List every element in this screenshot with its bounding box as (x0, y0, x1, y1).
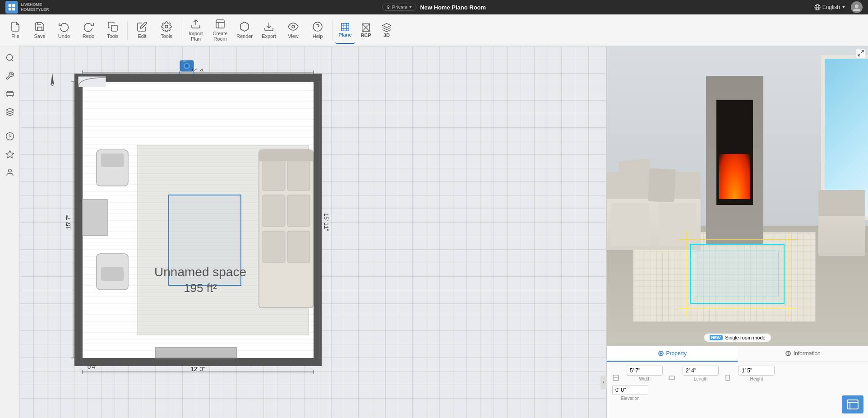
svg-rect-53 (101, 267, 124, 281)
svg-rect-54 (83, 200, 107, 236)
svg-point-32 (8, 169, 11, 172)
svg-rect-0 (9, 4, 11, 7)
svg-text:N: N (51, 83, 53, 87)
svg-text:12' 3": 12' 3" (191, 366, 206, 372)
svg-rect-61 (287, 195, 310, 227)
user-avatar[interactable] (851, 1, 863, 13)
width-input[interactable] (627, 366, 663, 376)
svg-rect-65 (155, 348, 236, 358)
undo-button[interactable]: Undo (52, 17, 76, 44)
dimensions-row: Width Length (612, 366, 863, 381)
toolbar-separator-1 (127, 20, 128, 40)
svg-rect-96 (726, 375, 729, 381)
logo-text: LIVEHOMEHOMESTYLER (21, 2, 49, 12)
toolbar: File Save Undo Redo Tools (0, 14, 868, 46)
length-field: Length (683, 366, 719, 381)
elevation-label: Elevation (612, 396, 648, 401)
height-label: Height (739, 376, 775, 381)
export-button[interactable]: Export (257, 17, 281, 44)
create-room-button[interactable]: Create Room (208, 17, 232, 44)
rcp-mode-button[interactable]: RCP (356, 17, 376, 44)
sidebar-clock[interactable] (2, 128, 18, 144)
svg-point-10 (165, 25, 168, 28)
height-field: Height (739, 366, 775, 381)
main-area: N (0, 46, 868, 418)
render-label: Render (236, 33, 253, 39)
svg-text:Unnamed space: Unnamed space (154, 265, 246, 279)
sidebar-account[interactable] (2, 164, 18, 181)
floor-plan[interactable]: 12' 3" 12' 3" 15' 7" 15' 11" 0'4" (65, 69, 336, 376)
svg-text:12' 3": 12' 3" (191, 69, 206, 73)
information-tab[interactable]: Information (738, 346, 868, 362)
logo-icon (5, 1, 18, 14)
render-button[interactable]: Render (233, 17, 256, 44)
private-badge[interactable]: Private (382, 4, 416, 11)
3d-view[interactable]: NEW Single room mode (607, 46, 868, 346)
plane-mode-button[interactable]: Plane (335, 17, 355, 44)
elevation-input[interactable] (612, 385, 648, 395)
property-tab[interactable]: Property (607, 346, 738, 362)
language-selector[interactable]: English (814, 4, 845, 10)
length-input[interactable] (683, 366, 719, 376)
file-button[interactable]: File (4, 17, 27, 44)
language-label: English (822, 4, 840, 10)
3d-mode-button[interactable]: 3D (377, 17, 397, 44)
single-room-mode-bar[interactable]: NEW Single room mode (703, 333, 771, 342)
save-label: Save (34, 33, 45, 39)
sidebar-build[interactable] (2, 68, 18, 84)
elevation-row: Elevation (612, 385, 863, 401)
rcp-mode-label: RCP (360, 33, 371, 38)
canvas-area[interactable]: N (20, 46, 606, 418)
view-button[interactable]: View (282, 17, 305, 44)
svg-rect-12 (216, 20, 224, 28)
sidebar-favorite[interactable] (2, 146, 18, 163)
project-title: New Home Piano Room (420, 4, 486, 11)
paste-button[interactable]: Tools (101, 17, 125, 44)
north-arrow: N (47, 73, 58, 87)
svg-text:0'4": 0'4" (88, 363, 97, 370)
logo: LIVEHOMEHOMESTYLER (5, 1, 49, 14)
svg-rect-95 (669, 376, 674, 380)
svg-text:195 ft²: 195 ft² (184, 281, 217, 295)
left-sidebar (0, 46, 20, 418)
sidebar-search[interactable] (2, 50, 18, 66)
save-button[interactable]: Save (28, 17, 51, 44)
svg-marker-31 (6, 151, 14, 158)
tools-label: Tools (161, 33, 172, 39)
view-label: View (288, 33, 299, 39)
help-button[interactable]: Help (306, 17, 329, 44)
svg-text:15' 11": 15' 11" (323, 213, 330, 231)
sidebar-materials[interactable] (2, 104, 18, 120)
armchair-3d (818, 190, 865, 256)
private-label: Private (392, 5, 407, 10)
length-label: Length (683, 376, 719, 381)
svg-point-8 (855, 5, 859, 8)
toolbar-separator-3 (332, 20, 332, 40)
import-plan-label: Import Plan (184, 31, 208, 42)
paste-label: Tools (107, 33, 119, 39)
svg-point-16 (292, 25, 295, 28)
3d-mode-label: 3D (383, 33, 390, 38)
topbar-right: English (814, 1, 863, 13)
panel-collapse-button[interactable]: ‹ (600, 376, 607, 389)
svg-rect-63 (287, 231, 310, 263)
import-plan-button[interactable]: Import Plan (184, 17, 208, 44)
coffee-table-selected[interactable] (690, 244, 784, 304)
property-content: Width Length (607, 362, 868, 404)
redo-button[interactable]: Redo (77, 17, 100, 44)
width-field: Width (627, 366, 663, 381)
right-panel: NEW Single room mode Property (606, 46, 868, 418)
expand-icon[interactable] (856, 49, 865, 58)
new-badge: NEW (709, 335, 722, 340)
sidebar-furniture[interactable] (2, 86, 18, 102)
topbar-center: Private New Home Piano Room (382, 4, 486, 11)
height-input[interactable] (739, 366, 775, 376)
redo-label: Redo (83, 33, 94, 39)
svg-rect-1 (12, 4, 15, 7)
save-bottom-button[interactable] (842, 395, 863, 413)
tools-button[interactable]: Tools (155, 17, 178, 44)
edit-button[interactable]: Edit (130, 17, 154, 44)
single-room-mode-label: Single room mode (725, 335, 765, 340)
help-label: Help (313, 33, 323, 39)
svg-rect-97 (847, 400, 858, 409)
